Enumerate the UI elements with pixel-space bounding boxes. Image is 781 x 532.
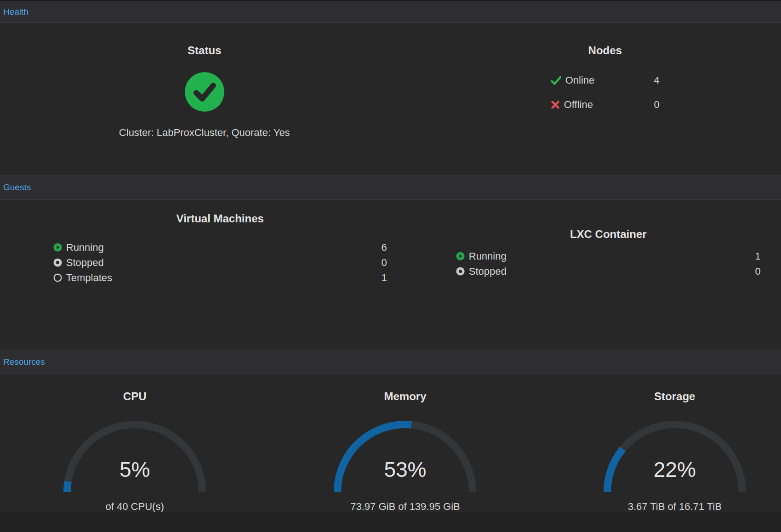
guests-panel: Virtual Machines Running 6 (0, 200, 781, 350)
section-header-health: Health (0, 1, 781, 23)
nodes-column: Nodes Online 4 (391, 23, 781, 175)
cpu-gauge: 5% (60, 417, 210, 498)
guest-row-label: Stopped (66, 257, 104, 269)
guest-row-label: Running (66, 242, 104, 254)
guest-row-value: 0 (382, 257, 387, 269)
gauge-arc (600, 417, 750, 496)
guests-section-title: Guests (3, 182, 31, 192)
virtual-machines-heading: Virtual Machines (25, 200, 416, 226)
node-row-value: 0 (654, 99, 660, 111)
lxc-heading: LXC Container (413, 200, 781, 241)
play-circle-icon (53, 243, 62, 252)
status-heading: Status (9, 23, 400, 57)
stop-circle-icon (53, 258, 62, 267)
lxc-row-stopped: Stopped 0 (456, 264, 761, 279)
cpu-gauge-title: CPU (5, 374, 265, 403)
memory-gauge: 53% (330, 417, 480, 498)
guest-row-value: 0 (755, 266, 761, 277)
section-header-guests: Guests (0, 175, 781, 200)
cross-icon (551, 100, 560, 109)
memory-gauge-column: Memory 53% 73.97 GiB of 139.95 GiB (260, 374, 520, 512)
guest-row-label: Templates (66, 272, 112, 284)
check-circle-icon (185, 72, 224, 112)
guest-row-value: 6 (382, 242, 387, 254)
memory-gauge-title: Memory (275, 374, 535, 403)
vm-row-stopped: Stopped 0 (53, 255, 387, 270)
status-column: Status Cluster: LabProxCluster, Quorate:… (0, 23, 391, 175)
resources-section-title: Resources (3, 357, 45, 367)
storage-percent-value: 22% (600, 458, 750, 481)
guest-row-label: Stopped (469, 266, 507, 277)
storage-usage-detail: 3.67 TiB of 16.71 TiB (545, 501, 781, 512)
guest-row-value: 1 (755, 250, 761, 262)
node-row-label: Offline (564, 99, 593, 111)
stop-circle-icon (456, 267, 465, 276)
datacenter-summary-page: Health Status Cluster: LabProxCluster, Q… (0, 0, 781, 512)
check-icon (551, 76, 561, 85)
health-panel: Status Cluster: LabProxCluster, Quorate:… (0, 23, 781, 175)
node-row-offline: Offline 0 (551, 99, 660, 111)
node-row-value: 4 (654, 74, 660, 86)
cpu-percent-value: 5% (60, 458, 210, 481)
nodes-heading: Nodes (410, 23, 781, 57)
storage-gauge-column: Storage 22% 3.67 TiB of 16.71 TiB (521, 374, 781, 512)
cluster-status-text: Cluster: LabProxCluster, Quorate: Yes (9, 127, 400, 139)
section-header-resources: Resources (0, 350, 781, 374)
node-row-online: Online 4 (551, 74, 660, 86)
vm-row-templates: Templates 1 (53, 270, 387, 285)
lxc-column: LXC Container Running 1 (391, 200, 781, 350)
gauge-arc (330, 417, 480, 496)
gauge-arc (60, 417, 210, 496)
memory-percent-value: 53% (330, 458, 480, 481)
guest-row-value: 1 (382, 272, 387, 284)
nodes-list: Online 4 Offline 0 (551, 74, 660, 111)
storage-gauge-title: Storage (545, 374, 781, 403)
cpu-usage-detail: of 40 CPU(s) (5, 501, 265, 512)
memory-usage-detail: 73.97 GiB of 139.95 GiB (275, 501, 535, 512)
cpu-gauge-column: CPU 5% of 40 CPU(s) (0, 374, 260, 512)
lxc-list: Running 1 Stopped 0 (456, 249, 761, 279)
virtual-machines-column: Virtual Machines Running 6 (0, 200, 391, 350)
storage-gauge: 22% (600, 417, 750, 498)
play-circle-icon (456, 252, 465, 260)
vm-row-running: Running 6 (53, 240, 387, 255)
outline-circle-icon (53, 273, 62, 282)
node-row-label: Online (565, 74, 595, 86)
vm-list: Running 6 Stopped 0 (53, 240, 387, 285)
guest-row-label: Running (469, 250, 507, 262)
lxc-row-running: Running 1 (456, 249, 761, 264)
resources-panel: CPU 5% of 40 CPU(s) Memory (0, 374, 781, 512)
health-section-title: Health (3, 7, 29, 17)
